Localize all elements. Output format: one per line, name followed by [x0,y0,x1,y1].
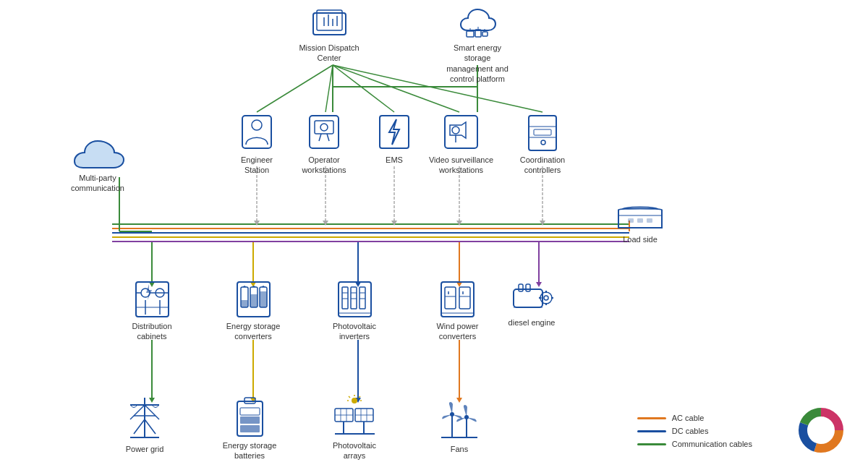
smart-energy-node: Smart energy storage management and cont… [427,4,528,84]
energy-storage-bat-label: Energy storage batteries [217,440,282,461]
svg-rect-92 [260,291,267,307]
fans-icon [438,394,481,441]
svg-line-154 [349,396,350,398]
svg-rect-138 [240,408,260,415]
svg-rect-116 [519,284,523,291]
svg-line-132 [145,419,156,434]
coordination-icon [523,112,563,152]
ems-node: EMS [369,112,420,165]
energy-storage-conv-icon [234,278,273,318]
svg-rect-75 [637,218,643,223]
photovoltaic-inv-node: Photovoltaic inverters [326,278,383,342]
comm-cable-label: Communication cables [672,440,752,448]
multiparty-icon [69,134,127,170]
svg-line-152 [359,396,360,398]
load-side-label: Load side [623,234,658,244]
svg-point-119 [544,296,548,300]
svg-marker-15 [391,221,397,226]
power-grid-label: Power grid [126,444,164,454]
svg-rect-90 [241,300,248,307]
fans-label: Fans [451,444,468,454]
svg-point-58 [252,120,262,130]
distribution-label: Distribution cabinets [119,321,184,342]
mission-dispatch-node: Mission Dispatch Center [289,7,369,64]
operator-icon [306,112,342,152]
fans-node: Fans [430,394,488,454]
svg-point-165 [812,421,830,440]
multiparty-node: Multi-party communication [58,134,137,194]
svg-marker-94 [252,286,256,287]
svg-rect-98 [351,287,357,309]
svg-rect-108 [445,287,456,309]
power-grid-icon [123,394,166,441]
engineer-station-icon [239,112,275,152]
svg-marker-11 [254,221,260,226]
dc-cable-line [637,430,666,432]
distribution-node: Distribution cabinets [119,278,184,342]
mission-dispatch-icon [310,7,349,40]
svg-rect-60 [315,121,333,134]
wind-power-node: Wind power converters [423,278,492,342]
coordination-label: Coordination controllers [510,155,575,176]
photovoltaic-arr-node: Photovoltaic arrays [322,394,387,461]
donut-chart [796,405,846,456]
svg-rect-137 [240,416,260,424]
diesel-icon [510,278,553,315]
energy-storage-conv-node: Energy storage converters [221,278,286,342]
svg-marker-93 [242,286,247,287]
svg-rect-117 [526,284,530,291]
engineer-station-node: Engineer Station [228,112,286,176]
svg-rect-99 [359,287,365,309]
ac-cable-label: AC cable [672,414,705,422]
svg-rect-136 [240,425,260,432]
svg-rect-76 [647,218,652,223]
ems-label: EMS [386,155,403,165]
svg-point-150 [352,398,357,403]
legend-ac-cable: AC cable [637,414,752,422]
energy-storage-bat-node: Energy storage batteries [217,394,282,461]
svg-rect-91 [250,294,258,307]
svg-rect-78 [136,282,169,317]
photovoltaic-inv-label: Photovoltaic inverters [326,321,383,342]
diesel-node: diesel engine [503,278,561,328]
load-side-node: Load side [608,202,673,244]
svg-rect-72 [534,129,551,135]
engineer-station-label: Engineer Station [228,155,286,176]
distribution-icon [132,278,172,318]
mission-dispatch-label: Mission Dispatch Center [297,43,362,64]
photovoltaic-inv-icon [335,278,375,318]
svg-rect-97 [342,287,348,309]
svg-point-66 [452,127,459,134]
power-grid-node: Power grid [112,394,177,454]
comm-cable-line [637,443,666,445]
load-side-icon [615,202,665,231]
svg-rect-51 [467,31,474,37]
operator-node: Operator workstations [295,112,353,176]
smart-energy-icon [452,4,503,40]
svg-point-61 [320,124,328,131]
svg-rect-53 [482,32,488,36]
svg-marker-13 [323,221,328,226]
svg-line-63 [327,134,329,141]
energy-storage-bat-icon [234,394,266,437]
svg-line-39 [257,65,333,112]
diagram-container: Mission Dispatch Center Smart energy sto… [0,0,868,470]
video-icon [441,112,481,152]
svg-marker-95 [261,286,265,287]
svg-line-40 [326,65,333,112]
video-label: Video surveillance workstations [429,155,494,176]
legend-comm-cable: Communication cables [637,440,752,448]
svg-line-131 [134,419,145,434]
dc-cable-label: DC cables [672,427,709,435]
diesel-label: diesel engine [509,317,556,328]
legend-dc-cable: DC cables [637,427,752,435]
svg-rect-109 [459,287,470,309]
svg-marker-17 [456,221,462,226]
svg-line-41 [333,65,394,112]
energy-storage-conv-label: Energy storage converters [221,321,286,342]
svg-point-71 [541,140,545,145]
svg-marker-19 [540,221,545,226]
coordination-node: Coordination controllers [510,112,575,176]
ems-icon [376,112,412,152]
svg-line-62 [319,134,321,141]
